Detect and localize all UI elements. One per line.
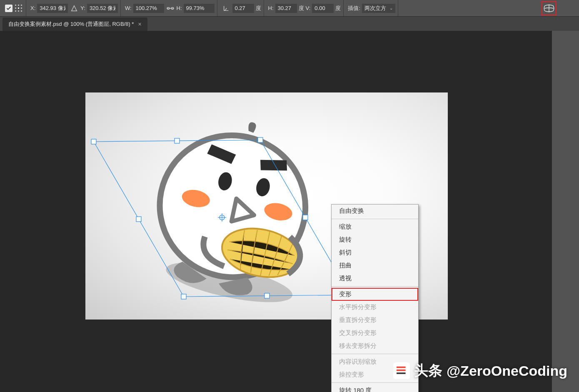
artboard: 自由变换 缩放 旋转 斜切 扭曲 透视 变形 水平拆分变形 垂直拆分变形 交叉拆… <box>85 92 448 320</box>
svg-rect-4 <box>18 7 19 9</box>
height-input[interactable] <box>184 4 215 13</box>
svg-rect-2 <box>21 5 22 6</box>
svg-rect-5 <box>21 7 22 9</box>
rotation-angle-input[interactable] <box>232 4 254 13</box>
svg-rect-36 <box>397 372 406 374</box>
skew-h-input[interactable] <box>275 4 297 13</box>
angle-unit: 度 <box>256 5 261 12</box>
svg-rect-0 <box>15 5 16 6</box>
svg-rect-6 <box>15 10 16 12</box>
menu-perspective[interactable]: 透视 <box>332 272 418 285</box>
y-position-label: Y: <box>80 5 85 11</box>
height-label: H: <box>177 5 182 11</box>
skew-v-unit: 度 <box>335 5 341 12</box>
toutiao-logo-icon <box>393 362 410 379</box>
y-position-input[interactable] <box>87 4 118 13</box>
svg-rect-7 <box>18 10 19 12</box>
svg-rect-34 <box>397 367 406 368</box>
menu-distort[interactable]: 扭曲 <box>332 259 418 272</box>
warp-mode-button[interactable] <box>542 1 557 15</box>
width-label: W: <box>125 5 132 11</box>
toggle-reference-point[interactable] <box>5 5 12 12</box>
menu-separator <box>332 286 418 287</box>
watermark-prefix: 头条 <box>414 361 442 380</box>
svg-rect-8 <box>21 10 22 12</box>
watermark-handle: @ZeroOneCoding <box>447 363 567 379</box>
menu-split-warp-h: 水平拆分变形 <box>332 301 418 314</box>
menu-scale[interactable]: 缩放 <box>332 220 418 233</box>
check-icon <box>6 5 12 11</box>
menu-split-warp-cross: 交叉拆分变形 <box>332 327 418 340</box>
svg-rect-35 <box>397 370 406 371</box>
svg-rect-3 <box>15 7 16 9</box>
document-tab-title: 自由变换案例素材.psd @ 100% (普通图层, RGB/8) * <box>8 20 134 28</box>
warp-mesh-icon <box>544 4 554 13</box>
svg-rect-1 <box>18 5 19 6</box>
delta-icon[interactable] <box>70 4 79 13</box>
interpolation-select[interactable]: 两次立方 ⌄ <box>362 4 395 13</box>
tab-close-icon[interactable]: × <box>138 21 141 27</box>
menu-free-transform[interactable]: 自由变换 <box>332 205 418 217</box>
menu-separator <box>332 382 418 383</box>
angle-icon <box>222 4 231 13</box>
interpolation-label: 插值: <box>348 5 360 12</box>
reference-point-grid-icon[interactable] <box>14 4 23 13</box>
svg-rect-22 <box>91 139 96 144</box>
menu-remove-warp-split: 移去变形拆分 <box>332 340 418 352</box>
menu-skew[interactable]: 斜切 <box>332 246 418 259</box>
menu-split-warp-v: 垂直拆分变形 <box>332 314 418 327</box>
chevron-down-icon: ⌄ <box>389 6 393 10</box>
x-position-input[interactable] <box>37 4 68 13</box>
watermark: 头条 @ZeroOneCoding <box>393 361 567 380</box>
interpolation-value: 两次立方 <box>364 5 386 12</box>
cartoon-character <box>135 117 335 309</box>
menu-rotate-180[interactable]: 旋转 180 度 <box>332 384 418 392</box>
menu-separator <box>332 219 418 219</box>
skew-v-label: V: <box>306 5 311 11</box>
document-tab[interactable]: 自由变换案例素材.psd @ 100% (普通图层, RGB/8) * × <box>2 17 147 31</box>
menu-rotate[interactable]: 旋转 <box>332 233 418 246</box>
transform-options-bar: X: Y: W: H: 度 H: 度 V: 度 插值: 两次立方 ⌄ <box>0 0 579 17</box>
right-panel-strip <box>552 31 579 392</box>
canvas-workspace[interactable]: 自由变换 缩放 旋转 斜切 扭曲 透视 变形 水平拆分变形 垂直拆分变形 交叉拆… <box>0 31 579 392</box>
document-tab-bar: 自由变换案例素材.psd @ 100% (普通图层, RGB/8) * × <box>0 17 579 31</box>
skew-v-input[interactable] <box>312 4 334 13</box>
menu-warp[interactable]: 变形 <box>332 288 418 301</box>
skew-h-unit: 度 <box>299 5 304 12</box>
skew-h-label: H: <box>268 5 274 11</box>
width-input[interactable] <box>133 4 164 13</box>
x-position-label: X: <box>30 5 35 11</box>
menu-separator <box>332 354 418 354</box>
link-aspect-icon[interactable] <box>166 4 175 13</box>
